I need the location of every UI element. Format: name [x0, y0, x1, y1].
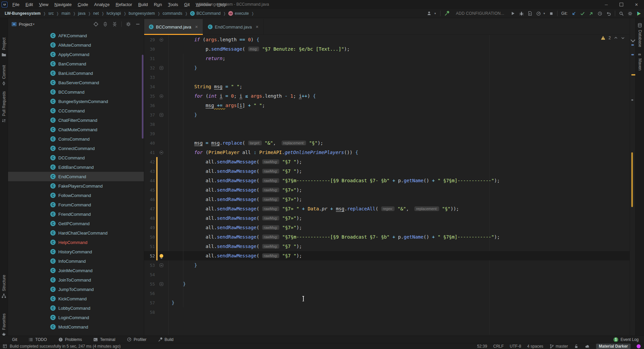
tool-strip-favorites[interactable]: Favorites — [0, 313, 8, 337]
material-theme-icon[interactable] — [636, 11, 641, 16]
line-number[interactable]: 53 — [144, 263, 155, 268]
breadcrumb-item[interactable]: bungeesystem — [129, 11, 155, 16]
commit-icon[interactable] — [1, 81, 6, 86]
ide-settings-icon[interactable] — [628, 11, 633, 16]
menu-analyze[interactable]: Analyze — [91, 0, 113, 9]
tree-item-CoinsCommand[interactable]: CCoinsCommand — [8, 134, 144, 144]
line-number[interactable]: 34 — [144, 84, 155, 89]
code-line-52[interactable]: 52 all.sendRawMessage( rawMsg: "§7 "); — [144, 251, 630, 260]
code-line-31[interactable]: 31 return; — [144, 54, 630, 63]
tool-window-button-git[interactable]: Git — [10, 337, 17, 342]
code-line-57[interactable]: 57} — [144, 298, 630, 307]
run-icon[interactable] — [511, 11, 515, 16]
code-line-38[interactable]: 38 — [144, 119, 630, 129]
code-line-32[interactable]: 32 } — [144, 63, 630, 72]
breadcrumb-item[interactable]: net — [93, 11, 99, 16]
line-number[interactable]: 56 — [144, 291, 155, 296]
run-configuration-select[interactable]: ADD CONFIGURATION... — [456, 11, 504, 16]
project-scrollbar[interactable] — [142, 55, 143, 139]
menu-code[interactable]: Code — [75, 0, 91, 9]
menu-run[interactable]: Run — [151, 0, 165, 9]
history-icon[interactable] — [597, 11, 602, 16]
code-line-45[interactable]: 45 all.sendRawMessage( rawMsg: "§7»"); — [144, 185, 630, 195]
fold-end-icon[interactable] — [160, 263, 163, 267]
menu-git[interactable]: Git — [181, 0, 193, 9]
line-number[interactable]: 46 — [144, 197, 155, 202]
gear-icon[interactable] — [126, 21, 131, 27]
code-line-37[interactable]: 37 } — [144, 110, 630, 119]
hammer_gray-icon[interactable] — [158, 337, 163, 342]
code-line-48[interactable]: 48 all.sendRawMessage( rawMsg: "§7»"); — [144, 213, 630, 223]
stripe-scroll-thumb[interactable] — [631, 152, 633, 207]
file-encoding[interactable]: UTF-8 — [510, 344, 521, 349]
code-line-56[interactable]: 56 — [144, 289, 630, 298]
tree-item-HistoryCommand[interactable]: CHistoryCommand — [8, 247, 144, 256]
breadcrumb-item[interactable]: commands — [163, 11, 182, 16]
tree-item-DCCommand[interactable]: CDCCommand — [8, 153, 144, 162]
line-number[interactable]: 47 — [144, 206, 155, 211]
code-line-47[interactable]: 47 all.sendRawMessage( rawMsg: "§7» " + … — [144, 204, 630, 213]
tree-item-BanCommand[interactable]: CBanCommand — [8, 59, 144, 68]
tool-window-button-build[interactable]: Build — [158, 337, 174, 342]
tree-item-FriendCommand[interactable]: CFriendCommand — [8, 209, 144, 219]
status-message[interactable]: Build completed successfully in 5 sec, 2… — [10, 344, 121, 349]
tree-item-EditBanCommand[interactable]: CEditBanCommand — [8, 162, 144, 172]
tree-item-FakePlayersCommand[interactable]: CFakePlayersCommand — [8, 181, 144, 191]
unlock-icon[interactable] — [574, 344, 579, 349]
collapse-all-icon[interactable] — [112, 21, 117, 27]
tab-BCCommand.java[interactable]: CBCCommand.java✕ — [144, 19, 203, 35]
tree-item-BauServerCommand[interactable]: CBauServerCommand — [8, 78, 144, 87]
tree-item-AFKCommand[interactable]: CAFKCommand — [8, 31, 144, 40]
code-line-30[interactable]: 30 p.sendMessage( msg: "§7 Benutze: §e/b… — [144, 44, 630, 54]
stripe-chevron-icon[interactable] — [631, 38, 635, 42]
breadcrumb-item[interactable]: lvckyapi — [107, 11, 121, 16]
tool-strip-maven[interactable]: mMaven — [636, 52, 644, 70]
line-number[interactable]: 36 — [144, 103, 155, 108]
code-line-54[interactable]: 54 — [144, 270, 630, 279]
line-number[interactable]: 52 — [144, 253, 155, 258]
debug-icon[interactable] — [519, 11, 524, 16]
fold-start-icon[interactable] — [160, 151, 163, 154]
close-button[interactable]: ✕ — [629, 0, 644, 9]
menu-file[interactable]: File — [9, 0, 22, 9]
menu-build[interactable]: Build — [135, 0, 151, 9]
stripe-mark[interactable] — [631, 44, 634, 46]
menu-refactor[interactable]: Refactor — [113, 0, 135, 9]
expand-all-icon[interactable] — [103, 21, 108, 27]
code-line-42[interactable]: 42 all.sendRawMessage( rawMsg: "§7 "); — [144, 157, 630, 166]
code-line-46[interactable]: 46 all.sendRawMessage( rawMsg: "§7»"); — [144, 195, 630, 204]
tree-item-HelpCommand[interactable]: CHelpCommand — [8, 238, 144, 247]
fold-end-icon[interactable] — [160, 113, 163, 117]
tool-strip-project[interactable]: Project — [0, 38, 8, 57]
todo-icon[interactable] — [28, 337, 33, 342]
fold-start-icon[interactable] — [160, 94, 163, 98]
code-line-50[interactable]: 50 all.sendRawMessage( rawMsg: "§7§m----… — [144, 232, 630, 242]
tree-item-BCCommand[interactable]: CBCCommand — [8, 87, 144, 97]
stripe-mark[interactable] — [631, 99, 633, 101]
build-hammer-icon[interactable] — [444, 11, 450, 16]
event-log-button[interactable]: 1Event Log — [613, 337, 639, 342]
breadcrumb-item[interactable]: LW-Bungeesystem — [5, 11, 41, 16]
line-number[interactable]: 40 — [144, 141, 155, 146]
line-number[interactable]: 54 — [144, 272, 155, 277]
tree-item-LobbyCommand[interactable]: CLobbyCommand — [8, 303, 144, 313]
fold-end-icon[interactable] — [160, 282, 163, 286]
next-warning-icon[interactable] — [621, 36, 625, 40]
stop-icon[interactable] — [549, 11, 553, 16]
tree-item-LoginCommand[interactable]: CLoginCommand — [8, 313, 144, 322]
error-stripe[interactable] — [630, 18, 635, 336]
user-account-icon[interactable] — [427, 11, 432, 16]
tree-item-ApplyCommand[interactable]: CApplyCommand — [8, 50, 144, 59]
tree-item-JoinToCommand[interactable]: CJoinToCommand — [8, 275, 144, 285]
tree-item-FollowCommand[interactable]: CFollowCommand — [8, 191, 144, 200]
profiler-icon[interactable] — [127, 337, 132, 342]
tab-close-icon[interactable]: ✕ — [255, 25, 258, 29]
cloud-config-icon[interactable] — [585, 344, 590, 349]
menu-edit[interactable]: Edit — [22, 0, 36, 9]
maximize-button[interactable] — [614, 0, 629, 9]
line-number[interactable]: 45 — [144, 188, 155, 193]
profiler-icon[interactable] — [536, 11, 541, 16]
menu-navigate[interactable]: Navigate — [51, 0, 74, 9]
line-number[interactable]: 41 — [144, 150, 155, 155]
code-line-44[interactable]: 44 all.sendRawMessage( rawMsg: "§7§m----… — [144, 176, 630, 185]
